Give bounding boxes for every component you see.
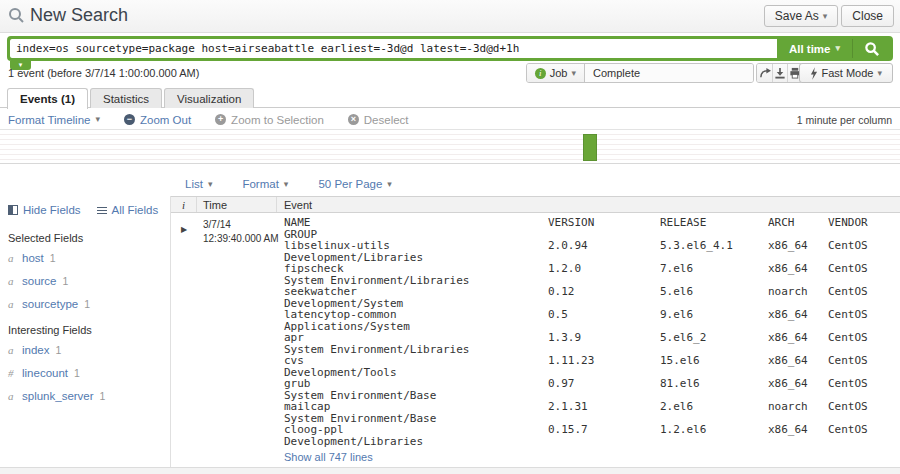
caret-down-icon: ▾ [835,44,840,53]
package-row: cvs Development/Tools 1.11.23 15.el6 x86… [284,355,898,378]
lightning-icon [810,67,818,80]
caret-down-icon: ▾ [95,115,100,124]
event-raw-text: NAME GROUP VERSION RELEASE ARCH VENDOR l… [284,217,898,447]
search-submit-button[interactable] [852,39,890,58]
result-summary: 1 event (before 3/7/14 1:00:00.000 AM) [8,67,199,79]
circle-minus-icon: − [124,114,135,125]
close-button[interactable]: Close [841,5,894,27]
timeline-controls: Format Timeline ▾ − Zoom Out + Zoom to S… [8,111,892,128]
search-bar: All time ▾ [7,36,893,61]
results-controls: List ▾ Format ▾ 50 Per Page ▾ [185,178,392,190]
page-footer-strip [0,467,900,474]
pkg-arch: x86_64 [768,378,828,401]
pkg-version: 0.15.7 [548,424,660,447]
events-table-header: i Time Event [171,196,900,213]
tab-events[interactable]: Events (1) [7,88,88,109]
format-timeline-button[interactable]: Format Timeline ▾ [8,114,100,126]
circle-x-icon: × [348,114,359,125]
pkg-version: 1.3.9 [548,332,660,355]
pkg-vendor: CentOS [828,240,898,263]
pkg-version: 0.97 [548,378,660,401]
event-row: ▶ 3/7/14 12:39:40.000 AM NAME GROUP VERS… [171,213,900,474]
circle-plus-icon: + [215,114,226,125]
all-fields-button[interactable]: All Fields [97,204,159,216]
field-item-splunk-server[interactable]: a splunk_server 1 [8,390,170,402]
zoom-to-selection-button[interactable]: + Zoom to Selection [215,114,324,126]
package-row: cloog-ppl Development/Libraries 0.15.7 1… [284,424,898,447]
pkg-arch: x86_64 [768,263,828,286]
search-query-input[interactable] [10,39,777,58]
field-item-index[interactable]: a index 1 [8,344,170,356]
pkg-version: 1.11.23 [548,355,660,378]
pkg-release: 9.el6 [660,309,768,332]
pkg-arch: x86_64 [768,309,828,332]
format-results-button[interactable]: Format ▾ [242,178,288,190]
pkg-version: 1.2.0 [548,263,660,286]
deselect-button[interactable]: × Deselect [348,114,409,126]
pkg-version: 0.5 [548,309,660,332]
pkg-name: mailcap [284,401,548,413]
field-type-icon: a [8,298,16,310]
package-row: grub System Environment/Base 0.97 81.el6… [284,378,898,401]
per-page-button[interactable]: 50 Per Page ▾ [318,178,391,190]
pkg-name: libselinux-utils [284,240,548,252]
tab-statistics[interactable]: Statistics [90,88,162,108]
package-header-row: NAME GROUP VERSION RELEASE ARCH VENDOR [284,217,898,240]
field-list-icon [97,207,107,215]
events-list: i Time Event ▶ 3/7/14 12:39:40.000 AM NA… [171,196,900,467]
pkg-arch: x86_64 [768,355,828,378]
search-icon [8,7,25,24]
caret-down-icon: ▾ [877,69,882,78]
package-row: latencytop-common Applications/System 0.… [284,309,898,332]
field-type-icon: a [8,344,16,356]
pkg-version: 2.1.31 [548,401,660,424]
share-button[interactable] [757,64,772,82]
hide-fields-button[interactable]: Hide Fields [8,204,81,216]
save-as-button[interactable]: Save As ▾ [764,5,839,27]
pkg-release: 5.3.el6_4.1 [660,240,768,263]
timeline-event-bar[interactable] [583,134,597,161]
package-row: seekwatcher Development/System 0.12 5.el… [284,286,898,309]
share-icon [759,67,771,79]
pkg-vendor: CentOS [828,286,898,309]
field-type-icon: a [8,252,16,264]
export-button[interactable] [772,64,787,82]
result-action-icons [756,63,803,83]
pkg-col-arch: ARCH [768,217,828,240]
event-timeline[interactable] [0,129,900,164]
pkg-release: 5.el6 [660,286,768,309]
caret-down-icon: ▾ [208,180,213,189]
zoom-out-button[interactable]: − Zoom Out [124,114,191,126]
pkg-name: cloog-ppl [284,424,548,436]
field-item-sourcetype[interactable]: a sourcetype 1 [8,298,170,310]
expand-event-arrow[interactable]: ▶ [181,225,187,234]
job-menu-button[interactable]: i Job ▾ [527,64,585,82]
package-table-body: NAME GROUP VERSION RELEASE ARCH VENDOR l… [284,217,898,447]
pkg-arch: noarch [768,401,828,424]
field-item-host[interactable]: a host 1 [8,252,170,264]
search-mode-button[interactable]: Fast Mode ▾ [799,63,894,83]
col-event-header: Event [277,197,900,213]
app-header: New Search Save As ▾ Close [0,0,900,33]
field-item-source[interactable]: a source 1 [8,275,170,287]
pkg-group: Applications/System [284,321,548,333]
col-info-header: i [171,197,197,212]
job-progress-bar: Complete [585,64,753,82]
pkg-version: 0.12 [548,286,660,309]
pkg-release: 7.el6 [660,263,768,286]
field-item-linecount[interactable]: # linecount 1 [8,367,170,379]
pkg-col-version: VERSION [548,217,660,240]
field-type-icon: a [8,275,16,287]
tab-visualization[interactable]: Visualization [164,88,254,108]
pkg-vendor: CentOS [828,355,898,378]
time-range-picker[interactable]: All time ▾ [777,39,852,58]
pkg-col-vendor: VENDOR [828,217,898,240]
pkg-release: 1.2.el6 [660,424,768,447]
caret-down-icon: ▾ [823,12,828,21]
pkg-name: cvs [284,355,548,367]
show-all-lines-link[interactable]: Show all 747 lines [284,451,373,463]
pkg-release: 15.el6 [660,355,768,378]
list-view-button[interactable]: List ▾ [185,178,212,190]
caret-down-icon: ▾ [284,180,289,189]
pkg-arch: x86_64 [768,332,828,355]
